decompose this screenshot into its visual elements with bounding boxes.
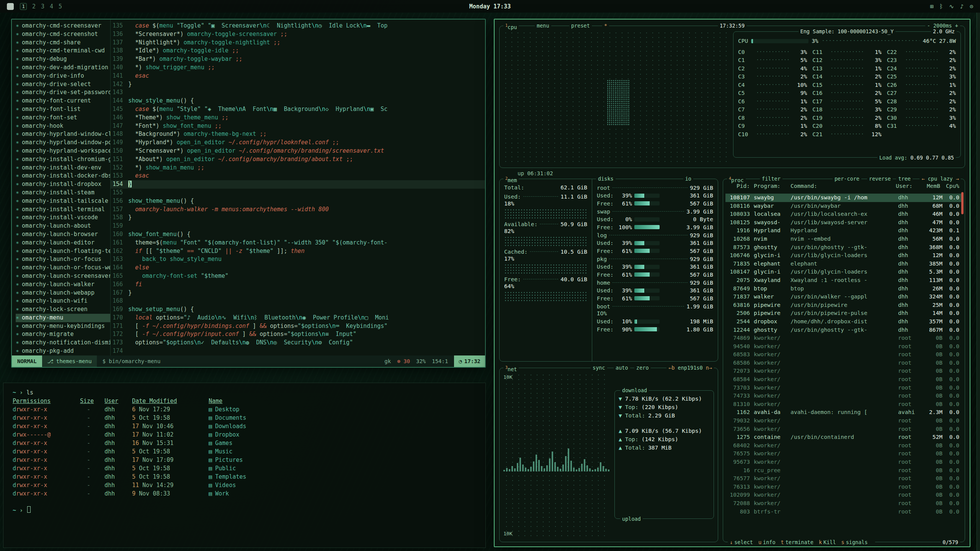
workspace-4[interactable]: 4 xyxy=(50,3,53,10)
code-line[interactable]: 161 theme=$(menu "Font" "$(omarchy-font-… xyxy=(111,239,485,247)
process-row[interactable]: 87649btopbtopdhh26M0.0 xyxy=(725,285,962,293)
code-line[interactable]: 135 case $(menu "Toggle" "▣ Screensaver\… xyxy=(111,22,485,30)
file-tree-item[interactable]: ∗omarchy-hyprland-window-pop xyxy=(16,139,110,147)
code-line[interactable]: 137 *Nightlight*) omarchy-toggle-nightli… xyxy=(111,39,485,47)
code-line[interactable]: 170 local options="♪ Audio\n∿ Wifi\nᛒ Bl… xyxy=(111,314,485,322)
reverse-button[interactable]: reverse xyxy=(867,175,893,182)
workspace-3[interactable]: 3 xyxy=(41,3,44,10)
process-row[interactable]: 1916HyprlandHyprlanddhh423M0.1 xyxy=(725,227,962,235)
process-row[interactable]: 74869kworker/root0B0.0 xyxy=(725,334,962,342)
code-line[interactable]: 171 [ -f ~/.config/hypr/bindings.conf ] … xyxy=(111,322,485,331)
code-line[interactable]: 173 options="$options\n✓ Defaults\n◍ DNS… xyxy=(111,339,485,347)
process-row[interactable]: 1275containe/usr/bin/containerdroot52M0.… xyxy=(725,433,962,442)
code-line[interactable]: 147 *Font*) show_font_menu ;; xyxy=(111,122,485,130)
code-line[interactable]: 138 *Idle*) omarchy-toggle-idle ;; xyxy=(111,47,485,55)
code-line[interactable]: 151 *About*) open_in_editor ~/.config/om… xyxy=(111,155,485,164)
process-row[interactable]: 68402kworker/root0B0.0 xyxy=(725,442,962,450)
file-tree-item[interactable]: ∗omarchy-launch-floating-terminal- xyxy=(16,247,110,256)
process-row[interactable]: 108107swaybg/usr/bin/swaybg -i /homdhh12… xyxy=(725,194,962,202)
code-line[interactable]: 149 *Hyprland*) open_in_editor ~/.config… xyxy=(111,139,485,147)
code-line[interactable]: 144show_style_menu() { xyxy=(111,97,485,105)
process-row[interactable]: 71835elephantelephantdhh385M0.0 xyxy=(725,260,962,268)
process-row[interactable]: 76575kworker/root0B0.0 xyxy=(725,450,962,458)
process-row[interactable]: 1162avahi-daavahi-daemon: running [avahi… xyxy=(725,408,962,417)
editor-window[interactable]: ∗omarchy-cmd-screensaver∗omarchy-cmd-scr… xyxy=(11,19,486,368)
process-row[interactable]: 79032kworker/root0B0.0 xyxy=(725,417,962,425)
code-line[interactable]: 160show_font_menu() { xyxy=(111,230,485,239)
code-line[interactable]: 159 xyxy=(111,222,485,230)
file-tree-item[interactable]: ∗omarchy-install-dev-env xyxy=(16,164,110,172)
code-line[interactable]: 163 back_to show_style_menu xyxy=(111,255,485,264)
net-sync-button[interactable]: sync xyxy=(591,364,607,371)
clock[interactable]: Monday 17:33 xyxy=(469,3,511,10)
power-icon[interactable]: ⊙ xyxy=(970,3,973,10)
proc-hint-terminate[interactable]: tterminate xyxy=(781,539,813,545)
file-tree-item[interactable]: ∗omarchy-install-docker-dbs xyxy=(16,172,110,180)
proc-column-header[interactable]: User: xyxy=(896,183,918,189)
workspace-5[interactable]: 5 xyxy=(59,3,62,10)
process-row[interactable]: 2075XwaylandXwayland :1 -rootless -dhh11… xyxy=(725,276,962,285)
code-line[interactable]: 141 esac xyxy=(111,72,485,80)
file-tree-item[interactable]: ∗omarchy-launch-webapp xyxy=(16,289,110,297)
code-line[interactable]: 139 *Bar*) omarchy-toggle-waybar ;; xyxy=(111,55,485,64)
process-row[interactable]: 68586kworker/root0B0.0 xyxy=(725,359,962,367)
code-line[interactable]: 168 xyxy=(111,297,485,305)
process-row[interactable]: 73656kworker/root0B0.0 xyxy=(725,425,962,434)
file-tree-item[interactable]: ∗omarchy-install-terminal xyxy=(16,205,110,214)
file-tree-item[interactable]: ∗omarchy-font-list xyxy=(16,105,110,114)
file-tree-item[interactable]: ∗omarchy-launch-or-focus-webapp xyxy=(16,264,110,272)
sort-selector[interactable]: ← cpu lazy → xyxy=(920,175,961,182)
file-tree-item[interactable]: ∗omarchy-migrate xyxy=(16,330,110,339)
cpu-panel-label[interactable]: 1cpu xyxy=(503,22,519,31)
prompt-line-2[interactable]: ~ › xyxy=(13,506,485,515)
file-tree-item[interactable]: ∗omarchy-install-dropbox xyxy=(16,180,110,189)
file-tree-item[interactable]: ∗omarchy-font-set xyxy=(16,114,110,122)
net-zero-button[interactable]: zero xyxy=(634,364,651,371)
file-tree-item[interactable]: ∗omarchy-install-tailscale xyxy=(16,197,110,205)
code-line[interactable]: 145 case $(menu "Style" "◈ Theme\nA Font… xyxy=(111,105,485,114)
workspace-1[interactable]: 1 xyxy=(20,3,27,10)
net-panel-label[interactable]: 3net xyxy=(503,364,519,373)
file-tree-item[interactable]: ∗omarchy-launch-browser xyxy=(16,230,110,239)
file-tree-item[interactable]: ∗omarchy-pkg-add xyxy=(16,347,110,355)
file-tree-item[interactable]: ∗omarchy-hook xyxy=(16,122,110,130)
file-tree-item[interactable]: ∗omarchy-launch-or-focus xyxy=(16,255,110,264)
process-row[interactable]: 102099kworker/root0B0.0 xyxy=(725,491,962,499)
file-tree-item[interactable]: ∗omarchy-install-steam xyxy=(16,189,110,197)
code-line[interactable]: 152 *) show_main_menu ;; xyxy=(111,164,485,172)
file-tree-item[interactable]: ∗omarchy-launch-editor xyxy=(16,239,110,247)
file-tree-item[interactable]: ∗omarchy-menu xyxy=(16,314,110,322)
file-tree-item[interactable]: ∗omarchy-drive-set-password xyxy=(16,88,110,97)
code-line[interactable]: 146 *Theme*) show_theme_menu ;; xyxy=(111,114,485,122)
process-row[interactable]: 68584kworker/root0B0.0 xyxy=(725,375,962,384)
file-tree-item[interactable]: ∗omarchy-cmd-screensaver xyxy=(16,22,110,30)
file-tree-item[interactable]: ∗omarchy-drive-select xyxy=(16,80,110,89)
code-line[interactable]: 140 *) show_trigger_menu ;; xyxy=(111,64,485,72)
process-row[interactable]: 108125swayosd-/usr/lib/swayosd-serverdhh… xyxy=(725,218,962,227)
code-line[interactable]: 165 omarchy-font-set "$theme" xyxy=(111,272,485,280)
proc-panel-label[interactable]: 4proc xyxy=(727,175,746,184)
bluetooth-icon[interactable]: ᛒ xyxy=(939,3,943,10)
code-line[interactable]: 153 esac xyxy=(111,172,485,180)
proc-column-header[interactable]: MemB xyxy=(918,183,940,189)
code-line[interactable]: 167} xyxy=(111,289,485,297)
file-tree-item[interactable]: ∗omarchy-install-vscode xyxy=(16,214,110,222)
code-line[interactable]: 155 xyxy=(111,189,485,197)
process-row[interactable]: 16rcu_preeroot0B0.0 xyxy=(725,466,962,475)
process-row[interactable]: 76313kworker/root0B0.0 xyxy=(725,483,962,491)
process-row[interactable]: 73703kworker/root0B0.0 xyxy=(725,384,962,392)
process-row[interactable]: 68583kworker/root0B0.0 xyxy=(725,350,962,359)
process-row[interactable]: 10268nvimnvim --embeddhh56M0.0 xyxy=(725,235,962,243)
file-tree-item[interactable]: ∗omarchy-menu-keybindings xyxy=(16,322,110,331)
code-line[interactable]: 166 fi xyxy=(111,280,485,289)
proc-hint-signals[interactable]: ssignals xyxy=(841,539,868,545)
process-row[interactable]: 72073kworker/root0B0.0 xyxy=(725,367,962,375)
file-tree-item[interactable]: ∗omarchy-launch-screensaver xyxy=(16,272,110,280)
process-row[interactable]: 108116waybar/usr/bin/waybardhh68M0.0 xyxy=(725,202,962,210)
file-tree-item[interactable]: ∗omarchy-launch-walker xyxy=(16,280,110,289)
menu-button[interactable]: menu xyxy=(535,22,551,29)
file-tree-item[interactable]: ∗omarchy-hyprland-window-close-all xyxy=(16,130,110,139)
proc-column-header[interactable]: Cpu% xyxy=(940,183,959,189)
process-row[interactable]: 2506pipewire/usr/bin/pipewire-pulsedhh14… xyxy=(725,309,962,318)
code-line[interactable]: 162 if [[ "$theme" == "CNCLD" || -z "$th… xyxy=(111,247,485,256)
